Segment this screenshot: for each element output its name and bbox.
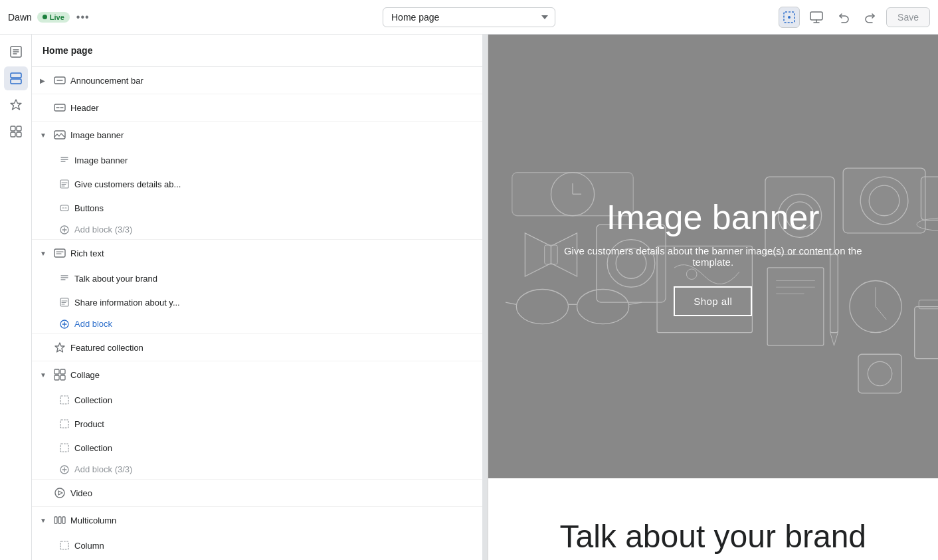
svg-rect-19 [54,369,59,374]
richtext-canvas-section: Talk about your brand [488,478,939,560]
sidebar-title: Home page [32,35,482,67]
collapse-toggle-multicolumn[interactable]: ▼ [40,517,49,524]
shop-all-button[interactable]: Shop all [674,286,752,316]
subsection-collection-2[interactable]: Collection [32,436,482,460]
rich-text-icon [53,246,66,260]
add-block-collage: Add block (3/3) [32,460,482,479]
svg-marker-62 [830,333,838,346]
subsection-talk-about[interactable]: Talk about your brand [32,266,482,290]
sections-icon-btn[interactable] [4,66,28,90]
section-announcement-bar-row[interactable]: ▶ Announcement bar [32,67,482,94]
section-multicolumn-row[interactable]: ▼ Multicolumn [32,507,482,533]
collapse-toggle-image-banner[interactable]: ▼ [40,132,49,139]
add-block-rich-text[interactable]: Add block [32,314,482,333]
pages-icon [9,45,23,58]
section-featured-collection-row[interactable]: ▶ Featured collection [32,334,482,361]
section-featured-collection: ▶ Featured collection [32,334,482,361]
undo-button[interactable] [833,7,854,28]
topbar: Dawn Live ••• Home page [0,0,938,35]
text-icon-2 [58,272,70,284]
selection-tool-button[interactable] [779,7,800,28]
svg-rect-20 [60,369,65,374]
customize-icon [9,98,23,112]
sidebar-scrollbar [483,35,488,560]
section-video: ▶ Video [32,480,482,507]
multicolumn-label: Multicolumn [70,515,474,525]
subsection-column-1[interactable]: Column [32,533,482,557]
desktop-view-button[interactable] [805,7,828,28]
section-video-row[interactable]: ▶ Video [32,480,482,506]
collage-label: Collage [70,370,474,380]
topbar-left: Dawn Live ••• [8,11,141,23]
svg-rect-9 [17,132,21,137]
subsection-collection-1[interactable]: Collection [32,388,482,412]
svg-rect-14 [60,205,68,211]
subsection-column-2[interactable]: Column [32,557,482,560]
subsection-product-1[interactable]: Product [32,412,482,436]
section-rich-text: ▼ Rich text Talk about your brand Share … [32,240,482,334]
collapse-toggle-collage[interactable]: ▼ [40,371,49,379]
svg-rect-5 [11,79,21,84]
svg-point-1 [788,16,791,19]
svg-rect-31 [60,541,68,549]
image-banner-section-label: Image banner [70,130,474,140]
svg-rect-2 [810,12,822,20]
redo-icon [864,11,876,23]
add-block-icon-2 [58,320,70,329]
product-1-label: Product [74,419,474,429]
customize-icon-btn[interactable] [4,93,28,117]
share-info-label: Share information about y... [74,298,474,308]
collection-icon-1 [58,394,70,406]
collection-2-label: Collection [74,443,474,453]
column-icon-1 [58,539,70,551]
section-rich-text-row[interactable]: ▼ Rich text [32,240,482,266]
add-block-image-banner[interactable]: Add block (3/3) [32,220,482,239]
collection-icon-2 [58,442,70,454]
canvas: Image banner Give customers details abou… [488,35,939,560]
save-button[interactable]: Save [886,7,930,27]
svg-rect-28 [54,517,57,523]
section-image-banner: ▼ Image banner Image banner Give custome… [32,122,482,240]
collapse-toggle-announcement[interactable]: ▶ [40,77,49,84]
svg-rect-25 [60,444,68,452]
buttons-icon [58,202,70,214]
sidebar-panel: Home page ▶ Announcement bar ▶ Header [32,35,483,560]
video-label: Video [70,488,474,498]
banner-subtitle: Give customers details about the banner … [547,245,879,268]
svg-rect-22 [60,375,65,380]
collapse-toggle-rich-text[interactable]: ▼ [40,250,49,257]
banner-text-content: Image banner Give customers details abou… [547,197,879,316]
subsection-image-banner-text[interactable]: Image banner [32,148,482,172]
richtext-title: Talk about your brand [502,518,925,555]
buttons-label: Buttons [74,203,474,213]
collage-icon [53,368,66,381]
section-image-banner-row[interactable]: ▼ Image banner [32,122,482,148]
section-collage: ▼ Collage Collection Product [32,361,482,480]
text-icon-1 [58,154,70,166]
subsection-buttons[interactable]: Buttons [32,196,482,220]
product-icon-1 [58,418,70,430]
section-multicolumn: ▼ Multicolumn Column Column [32,507,482,560]
add-block-label-2[interactable]: Add block [74,319,112,329]
topbar-menu-button[interactable]: ••• [76,11,90,23]
topbar-right: Save [797,7,930,28]
blocks-icon-btn[interactable] [4,120,28,143]
collection-1-label: Collection [74,395,474,405]
give-customers-label: Give customers details ab... [74,179,474,189]
svg-rect-30 [62,517,65,523]
svg-line-47 [506,302,516,304]
svg-rect-23 [60,396,68,404]
pages-icon-btn[interactable] [4,40,28,64]
section-collage-row[interactable]: ▼ Collage [32,361,482,388]
announcement-bar-icon [53,74,66,87]
undo-icon [838,11,850,23]
page-select[interactable]: Home page [383,7,555,27]
svg-rect-8 [11,132,15,137]
section-header: ▶ Header [32,94,482,122]
section-announcement-bar: ▶ Announcement bar [32,67,482,94]
section-header-row[interactable]: ▶ Header [32,94,482,121]
subsection-give-customers[interactable]: Give customers details ab... [32,172,482,196]
sidebar-icon-rail [0,35,32,560]
subsection-share-info[interactable]: Share information about y... [32,290,482,314]
redo-button[interactable] [860,7,881,28]
